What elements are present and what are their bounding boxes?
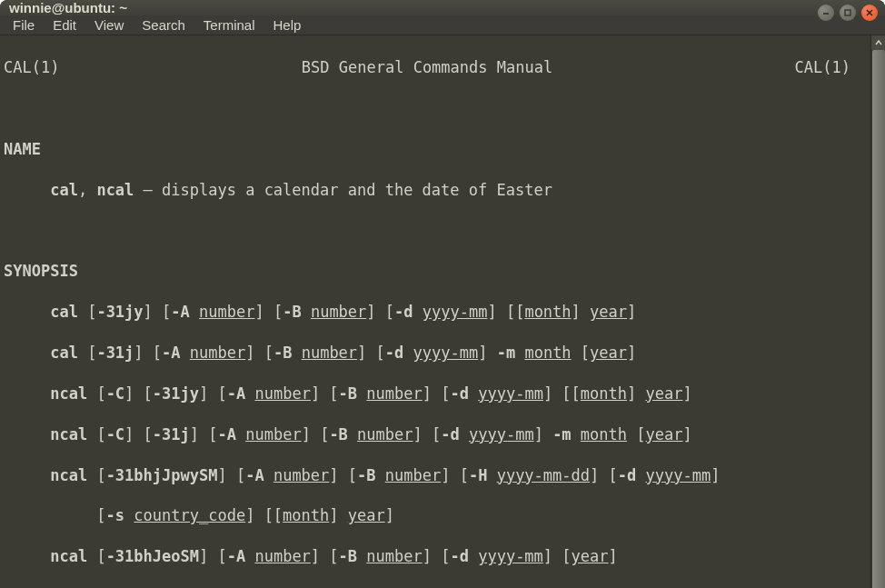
synopsis-line-5b: [-s country_code] [[month] year] bbox=[4, 505, 867, 525]
window-title: winnie@ubuntu: ~ bbox=[9, 0, 127, 15]
synopsis-line-4: ncal [-C] [-31j] [-A number] [-B number]… bbox=[4, 424, 867, 444]
section-synopsis: SYNOPSIS bbox=[4, 261, 867, 281]
name-line: cal, ncal — displays a calendar and the … bbox=[4, 180, 867, 200]
man-header-right: CAL(1) bbox=[795, 57, 867, 77]
minimize-button[interactable] bbox=[818, 5, 834, 21]
terminal-container: CAL(1)BSD General Commands ManualCAL(1) … bbox=[0, 35, 885, 588]
close-button[interactable] bbox=[861, 5, 878, 21]
blank-line bbox=[4, 98, 867, 118]
terminal-window: winnie@ubuntu: ~ File Edit View Search T… bbox=[0, 0, 885, 588]
menu-terminal[interactable]: Terminal bbox=[196, 15, 263, 35]
synopsis-line-5: ncal [-31bhjJpwySM] [-A number] [-B numb… bbox=[4, 465, 867, 485]
menu-edit[interactable]: Edit bbox=[45, 15, 84, 35]
scroll-thumb[interactable] bbox=[872, 50, 885, 588]
maximize-icon bbox=[843, 8, 852, 17]
menu-view[interactable]: View bbox=[87, 15, 131, 35]
man-header: CAL(1)BSD General Commands ManualCAL(1) bbox=[4, 57, 867, 77]
man-header-left: CAL(1) bbox=[4, 57, 59, 77]
close-icon bbox=[865, 8, 874, 17]
scrollbar[interactable] bbox=[870, 35, 885, 588]
svg-rect-1 bbox=[845, 10, 850, 15]
blank-line bbox=[4, 221, 867, 241]
terminal-output[interactable]: CAL(1)BSD General Commands ManualCAL(1) … bbox=[0, 35, 870, 588]
minimize-icon bbox=[821, 8, 830, 17]
synopsis-line-6: ncal [-31bhJeoSM] [-A number] [-B number… bbox=[4, 546, 867, 566]
synopsis-line-1: cal [-31jy] [-A number] [-B number] [-d … bbox=[4, 302, 867, 322]
synopsis-line-2: cal [-31j] [-A number] [-B number] [-d y… bbox=[4, 343, 867, 363]
menu-search[interactable]: Search bbox=[134, 15, 193, 35]
menu-file[interactable]: File bbox=[5, 15, 42, 35]
chevron-up-icon bbox=[874, 38, 883, 47]
window-controls bbox=[818, 5, 878, 21]
menu-help[interactable]: Help bbox=[266, 15, 309, 35]
maximize-button[interactable] bbox=[840, 5, 856, 21]
man-header-center: BSD General Commands Manual bbox=[59, 57, 794, 77]
titlebar[interactable]: winnie@ubuntu: ~ bbox=[0, 0, 885, 15]
menubar: File Edit View Search Terminal Help bbox=[0, 15, 885, 35]
scroll-up-button[interactable] bbox=[871, 35, 885, 50]
synopsis-line-3: ncal [-C] [-31jy] [-A number] [-B number… bbox=[4, 384, 867, 404]
section-name: NAME bbox=[4, 139, 867, 159]
